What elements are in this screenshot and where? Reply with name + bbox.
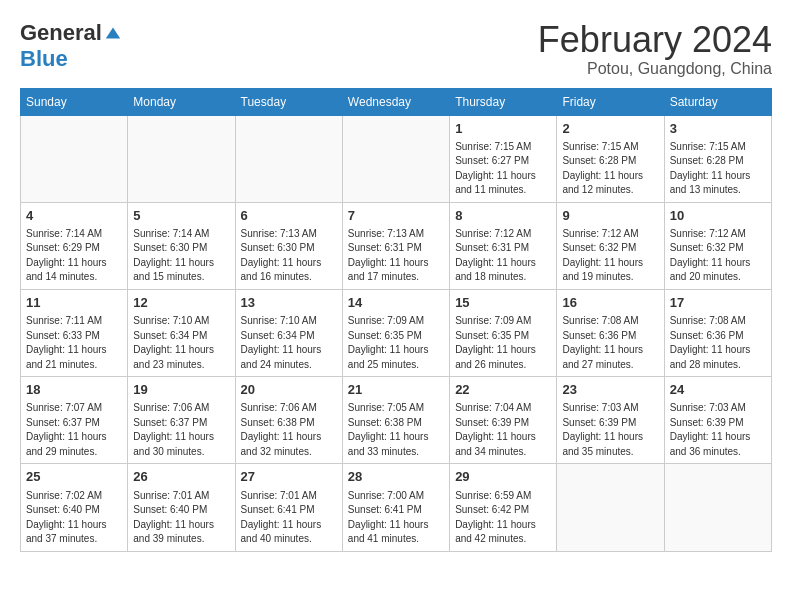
calendar-day-cell <box>235 115 342 202</box>
day-number: 13 <box>241 294 337 312</box>
calendar-day-cell: 15Sunrise: 7:09 AM Sunset: 6:35 PM Dayli… <box>450 289 557 376</box>
day-info: Sunrise: 7:06 AM Sunset: 6:37 PM Dayligh… <box>133 401 229 459</box>
day-info: Sunrise: 7:09 AM Sunset: 6:35 PM Dayligh… <box>455 314 551 372</box>
day-info: Sunrise: 7:03 AM Sunset: 6:39 PM Dayligh… <box>562 401 658 459</box>
calendar-day-cell: 21Sunrise: 7:05 AM Sunset: 6:38 PM Dayli… <box>342 377 449 464</box>
location-title: Potou, Guangdong, China <box>538 60 772 78</box>
day-info: Sunrise: 7:07 AM Sunset: 6:37 PM Dayligh… <box>26 401 122 459</box>
calendar-day-cell: 10Sunrise: 7:12 AM Sunset: 6:32 PM Dayli… <box>664 202 771 289</box>
calendar-week-row: 18Sunrise: 7:07 AM Sunset: 6:37 PM Dayli… <box>21 377 772 464</box>
calendar-day-cell: 29Sunrise: 6:59 AM Sunset: 6:42 PM Dayli… <box>450 464 557 551</box>
day-info: Sunrise: 6:59 AM Sunset: 6:42 PM Dayligh… <box>455 489 551 547</box>
day-number: 4 <box>26 207 122 225</box>
day-number: 15 <box>455 294 551 312</box>
calendar-day-cell: 8Sunrise: 7:12 AM Sunset: 6:31 PM Daylig… <box>450 202 557 289</box>
day-number: 19 <box>133 381 229 399</box>
calendar-day-cell: 19Sunrise: 7:06 AM Sunset: 6:37 PM Dayli… <box>128 377 235 464</box>
day-number: 26 <box>133 468 229 486</box>
calendar-day-cell: 16Sunrise: 7:08 AM Sunset: 6:36 PM Dayli… <box>557 289 664 376</box>
calendar-day-cell: 23Sunrise: 7:03 AM Sunset: 6:39 PM Dayli… <box>557 377 664 464</box>
logo-icon <box>104 24 122 42</box>
day-number: 1 <box>455 120 551 138</box>
weekday-header: Saturday <box>664 88 771 115</box>
day-info: Sunrise: 7:01 AM Sunset: 6:41 PM Dayligh… <box>241 489 337 547</box>
day-info: Sunrise: 7:05 AM Sunset: 6:38 PM Dayligh… <box>348 401 444 459</box>
calendar-day-cell: 25Sunrise: 7:02 AM Sunset: 6:40 PM Dayli… <box>21 464 128 551</box>
calendar-table: SundayMondayTuesdayWednesdayThursdayFrid… <box>20 88 772 552</box>
day-number: 29 <box>455 468 551 486</box>
day-number: 25 <box>26 468 122 486</box>
day-info: Sunrise: 7:10 AM Sunset: 6:34 PM Dayligh… <box>133 314 229 372</box>
day-info: Sunrise: 7:08 AM Sunset: 6:36 PM Dayligh… <box>562 314 658 372</box>
calendar-day-cell: 1Sunrise: 7:15 AM Sunset: 6:27 PM Daylig… <box>450 115 557 202</box>
calendar-day-cell <box>664 464 771 551</box>
day-number: 3 <box>670 120 766 138</box>
calendar-day-cell: 22Sunrise: 7:04 AM Sunset: 6:39 PM Dayli… <box>450 377 557 464</box>
logo: General Blue <box>20 20 122 72</box>
day-number: 12 <box>133 294 229 312</box>
calendar-day-cell: 26Sunrise: 7:01 AM Sunset: 6:40 PM Dayli… <box>128 464 235 551</box>
day-info: Sunrise: 7:15 AM Sunset: 6:28 PM Dayligh… <box>670 140 766 198</box>
day-number: 24 <box>670 381 766 399</box>
calendar-day-cell: 2Sunrise: 7:15 AM Sunset: 6:28 PM Daylig… <box>557 115 664 202</box>
weekday-header: Sunday <box>21 88 128 115</box>
day-number: 2 <box>562 120 658 138</box>
day-info: Sunrise: 7:10 AM Sunset: 6:34 PM Dayligh… <box>241 314 337 372</box>
calendar-week-row: 11Sunrise: 7:11 AM Sunset: 6:33 PM Dayli… <box>21 289 772 376</box>
day-number: 21 <box>348 381 444 399</box>
day-number: 28 <box>348 468 444 486</box>
day-info: Sunrise: 7:09 AM Sunset: 6:35 PM Dayligh… <box>348 314 444 372</box>
calendar-day-cell: 12Sunrise: 7:10 AM Sunset: 6:34 PM Dayli… <box>128 289 235 376</box>
calendar-day-cell: 9Sunrise: 7:12 AM Sunset: 6:32 PM Daylig… <box>557 202 664 289</box>
calendar-day-cell: 4Sunrise: 7:14 AM Sunset: 6:29 PM Daylig… <box>21 202 128 289</box>
calendar-day-cell: 6Sunrise: 7:13 AM Sunset: 6:30 PM Daylig… <box>235 202 342 289</box>
day-number: 10 <box>670 207 766 225</box>
weekday-header-row: SundayMondayTuesdayWednesdayThursdayFrid… <box>21 88 772 115</box>
calendar-day-cell: 14Sunrise: 7:09 AM Sunset: 6:35 PM Dayli… <box>342 289 449 376</box>
calendar-week-row: 4Sunrise: 7:14 AM Sunset: 6:29 PM Daylig… <box>21 202 772 289</box>
day-number: 17 <box>670 294 766 312</box>
day-info: Sunrise: 7:02 AM Sunset: 6:40 PM Dayligh… <box>26 489 122 547</box>
weekday-header: Wednesday <box>342 88 449 115</box>
logo-blue: Blue <box>20 46 68 72</box>
page-header: General Blue February 2024 Potou, Guangd… <box>20 20 772 78</box>
month-title: February 2024 <box>538 20 772 60</box>
day-info: Sunrise: 7:15 AM Sunset: 6:27 PM Dayligh… <box>455 140 551 198</box>
day-number: 6 <box>241 207 337 225</box>
day-number: 14 <box>348 294 444 312</box>
calendar-day-cell <box>128 115 235 202</box>
calendar-day-cell <box>21 115 128 202</box>
day-info: Sunrise: 7:01 AM Sunset: 6:40 PM Dayligh… <box>133 489 229 547</box>
day-info: Sunrise: 7:04 AM Sunset: 6:39 PM Dayligh… <box>455 401 551 459</box>
day-number: 20 <box>241 381 337 399</box>
day-info: Sunrise: 7:15 AM Sunset: 6:28 PM Dayligh… <box>562 140 658 198</box>
day-number: 23 <box>562 381 658 399</box>
calendar-day-cell: 20Sunrise: 7:06 AM Sunset: 6:38 PM Dayli… <box>235 377 342 464</box>
calendar-day-cell <box>557 464 664 551</box>
calendar-day-cell: 17Sunrise: 7:08 AM Sunset: 6:36 PM Dayli… <box>664 289 771 376</box>
day-info: Sunrise: 7:03 AM Sunset: 6:39 PM Dayligh… <box>670 401 766 459</box>
day-info: Sunrise: 7:00 AM Sunset: 6:41 PM Dayligh… <box>348 489 444 547</box>
weekday-header: Thursday <box>450 88 557 115</box>
svg-marker-0 <box>106 28 120 39</box>
day-number: 5 <box>133 207 229 225</box>
day-number: 18 <box>26 381 122 399</box>
day-info: Sunrise: 7:14 AM Sunset: 6:29 PM Dayligh… <box>26 227 122 285</box>
calendar-day-cell: 28Sunrise: 7:00 AM Sunset: 6:41 PM Dayli… <box>342 464 449 551</box>
title-block: February 2024 Potou, Guangdong, China <box>538 20 772 78</box>
calendar-day-cell: 18Sunrise: 7:07 AM Sunset: 6:37 PM Dayli… <box>21 377 128 464</box>
weekday-header: Friday <box>557 88 664 115</box>
logo-general: General <box>20 20 102 46</box>
day-info: Sunrise: 7:12 AM Sunset: 6:32 PM Dayligh… <box>562 227 658 285</box>
calendar-day-cell: 13Sunrise: 7:10 AM Sunset: 6:34 PM Dayli… <box>235 289 342 376</box>
day-number: 16 <box>562 294 658 312</box>
day-info: Sunrise: 7:12 AM Sunset: 6:32 PM Dayligh… <box>670 227 766 285</box>
calendar-week-row: 1Sunrise: 7:15 AM Sunset: 6:27 PM Daylig… <box>21 115 772 202</box>
day-info: Sunrise: 7:13 AM Sunset: 6:30 PM Dayligh… <box>241 227 337 285</box>
day-info: Sunrise: 7:13 AM Sunset: 6:31 PM Dayligh… <box>348 227 444 285</box>
weekday-header: Monday <box>128 88 235 115</box>
day-info: Sunrise: 7:12 AM Sunset: 6:31 PM Dayligh… <box>455 227 551 285</box>
day-number: 11 <box>26 294 122 312</box>
calendar-day-cell: 3Sunrise: 7:15 AM Sunset: 6:28 PM Daylig… <box>664 115 771 202</box>
day-number: 7 <box>348 207 444 225</box>
